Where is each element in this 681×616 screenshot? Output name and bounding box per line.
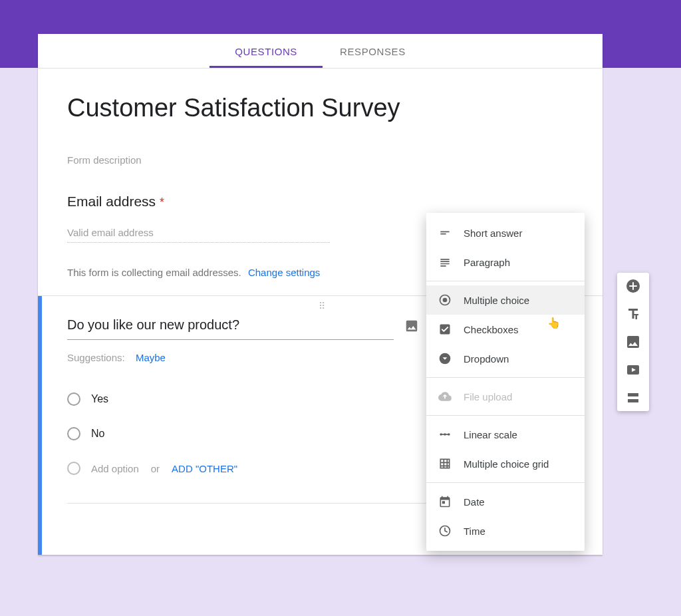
radio-icon xyxy=(67,462,80,475)
tab-questions[interactable]: QUESTIONS xyxy=(233,35,299,67)
change-settings-link[interactable]: Change settings xyxy=(248,267,320,278)
question-title-input[interactable]: Do you like our new product? xyxy=(67,312,394,340)
menu-item-paragraph[interactable]: Paragraph xyxy=(426,247,585,277)
time-icon xyxy=(438,524,452,538)
paragraph-icon xyxy=(438,255,452,269)
suggestions-label: Suggestions: xyxy=(67,352,125,363)
short-answer-icon xyxy=(438,226,452,239)
email-question-label: Email address * xyxy=(67,194,573,210)
menu-item-short-answer[interactable]: Short answer xyxy=(426,218,585,247)
menu-separator xyxy=(426,377,585,378)
tab-responses[interactable]: RESPONSES xyxy=(339,35,407,67)
menu-item-label: Dropdown xyxy=(464,353,509,365)
form-description-placeholder[interactable]: Form description xyxy=(67,154,573,166)
add-image-to-question-icon[interactable] xyxy=(404,319,419,333)
menu-item-label: Multiple choice xyxy=(464,295,529,306)
menu-item-checkboxes[interactable]: Checkboxes xyxy=(426,315,585,344)
checkbox-icon xyxy=(438,323,452,336)
drag-handle-icon[interactable]: ⠿ xyxy=(319,301,327,311)
menu-item-date[interactable]: Date xyxy=(426,487,585,516)
menu-item-label: Date xyxy=(464,496,485,508)
svg-rect-11 xyxy=(628,399,638,402)
menu-item-label: Checkboxes xyxy=(464,324,519,335)
add-image-icon[interactable] xyxy=(625,334,641,350)
add-other-button[interactable]: ADD "OTHER" xyxy=(172,463,237,474)
menu-item-label: Short answer xyxy=(464,228,522,239)
radio-icon xyxy=(67,392,80,406)
menu-separator xyxy=(426,482,585,483)
email-question-text: Email address xyxy=(67,194,156,210)
form-title[interactable]: Customer Satisfaction Survey xyxy=(67,94,573,122)
or-label: or xyxy=(151,463,160,474)
email-input[interactable]: Valid email address xyxy=(67,227,330,243)
file-upload-icon xyxy=(438,390,452,403)
menu-separator xyxy=(426,281,585,281)
menu-item-label: Time xyxy=(464,526,485,537)
add-video-icon[interactable] xyxy=(625,362,641,378)
add-question-icon[interactable] xyxy=(625,278,641,294)
tabs-bar: QUESTIONS RESPONSES xyxy=(38,34,603,69)
dropdown-icon xyxy=(438,352,452,365)
side-toolbar xyxy=(617,273,649,411)
svg-point-1 xyxy=(443,298,448,303)
add-title-icon[interactable] xyxy=(625,306,641,322)
svg-rect-10 xyxy=(628,393,638,396)
option-text[interactable]: Yes xyxy=(91,393,108,405)
menu-item-linear-scale[interactable]: Linear scale xyxy=(426,420,585,449)
date-icon xyxy=(438,495,452,508)
option-text[interactable]: No xyxy=(91,428,104,440)
email-note-text: This form is collecting email addresses. xyxy=(67,267,241,278)
radio-icon xyxy=(438,293,452,307)
menu-item-dropdown[interactable]: Dropdown xyxy=(426,344,585,373)
menu-item-file-upload: File upload xyxy=(426,382,585,411)
menu-item-multiple-choice-grid[interactable]: Multiple choice grid xyxy=(426,449,585,478)
question-type-menu: Short answer Paragraph Multiple choice C… xyxy=(426,213,585,551)
menu-separator xyxy=(426,415,585,416)
menu-item-label: File upload xyxy=(464,391,512,402)
add-section-icon[interactable] xyxy=(625,390,641,406)
suggestion-chip-maybe[interactable]: Maybe xyxy=(136,352,166,363)
required-asterisk: * xyxy=(160,196,164,210)
menu-item-time[interactable]: Time xyxy=(426,516,585,545)
menu-item-label: Paragraph xyxy=(464,257,510,268)
menu-item-label: Linear scale xyxy=(464,429,517,440)
add-option-label[interactable]: Add option xyxy=(91,463,139,474)
radio-icon xyxy=(67,427,80,440)
menu-item-label: Multiple choice grid xyxy=(464,458,549,470)
linear-scale-icon xyxy=(438,428,452,441)
menu-item-multiple-choice[interactable]: Multiple choice xyxy=(426,285,585,315)
grid-icon xyxy=(438,457,452,470)
